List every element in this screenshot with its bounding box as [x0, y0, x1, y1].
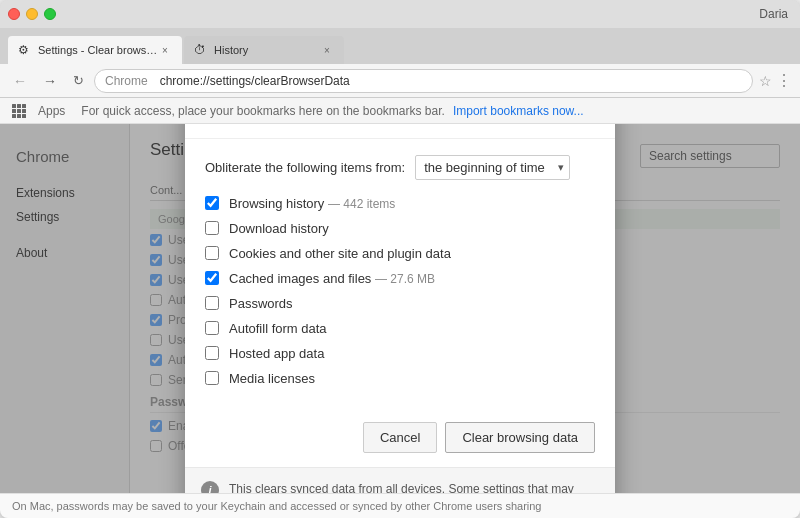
obliterate-label: Obliterate the following items from: — [205, 160, 405, 175]
time-select-wrapper: the beginning of time the past hour the … — [415, 155, 570, 180]
cancel-button[interactable]: Cancel — [363, 422, 437, 453]
checkbox-passwords[interactable] — [205, 296, 219, 310]
checkbox-download-history[interactable] — [205, 221, 219, 235]
address-bar: ← → ↻ Chrome chrome://settings/clearBrow… — [0, 64, 800, 98]
back-button[interactable]: ← — [8, 69, 32, 93]
clear-browsing-data-button[interactable]: Clear browsing data — [445, 422, 595, 453]
menu-icon[interactable]: ⋮ — [776, 71, 792, 90]
url-bar[interactable]: Chrome chrome://settings/clearBrowserDat… — [94, 69, 753, 93]
checkbox-row-download-history: Download history — [205, 221, 595, 236]
dialog-close-button[interactable]: × — [575, 124, 595, 126]
bookmarks-message: For quick access, place your bookmarks h… — [81, 104, 445, 118]
tab-settings-close[interactable]: × — [158, 43, 172, 57]
dialog-title: Clear browsing data — [205, 124, 347, 125]
apps-icon[interactable] — [12, 104, 26, 118]
info-icon: i — [201, 481, 219, 494]
time-period-select[interactable]: the beginning of time the past hour the … — [415, 155, 570, 180]
bookmarks-bar: Apps For quick access, place your bookma… — [0, 98, 800, 124]
checkbox-label-autofill: Autofill form data — [229, 321, 327, 336]
tab-settings-label: Settings - Clear browsing data — [38, 44, 158, 56]
tab-history-close[interactable]: × — [320, 43, 334, 57]
dialog-overlay: Clear browsing data × Obliterate the fol… — [0, 124, 800, 493]
tabs-bar: ⚙ Settings - Clear browsing data × ⏱ His… — [0, 28, 800, 64]
checkbox-row-passwords: Passwords — [205, 296, 595, 311]
checkbox-row-browsing-history: Browsing history — 442 items — [205, 196, 595, 211]
checkbox-hosted-app[interactable] — [205, 346, 219, 360]
forward-button[interactable]: → — [38, 69, 62, 93]
title-bar: Daria — [0, 0, 800, 28]
star-icon[interactable]: ☆ — [759, 73, 772, 89]
dialog-footer: Cancel Clear browsing data — [185, 412, 615, 467]
info-text: This clears synced data from all devices… — [229, 480, 599, 494]
settings-tab-icon: ⚙ — [18, 43, 32, 57]
checkbox-label-passwords: Passwords — [229, 296, 293, 311]
checkbox-label-cookies: Cookies and other site and plugin data — [229, 246, 451, 261]
checkbox-cached-images[interactable] — [205, 271, 219, 285]
history-tab-icon: ⏱ — [194, 43, 208, 57]
dialog-body: Obliterate the following items from: the… — [185, 139, 615, 412]
toolbar-icons: ☆ ⋮ — [759, 71, 792, 90]
traffic-lights — [8, 8, 56, 20]
close-window-button[interactable] — [8, 8, 20, 20]
checkbox-row-cookies: Cookies and other site and plugin data — [205, 246, 595, 261]
bottom-bar: On Mac, passwords may be saved to your K… — [0, 493, 800, 518]
checkbox-label-media-licenses: Media licenses — [229, 371, 315, 386]
url-path: chrome://settings/clearBrowserData — [160, 74, 350, 88]
checkbox-row-media-licenses: Media licenses — [205, 371, 595, 386]
refresh-button[interactable]: ↻ — [68, 71, 88, 91]
checkbox-label-cached-images: Cached images and files — 27.6 MB — [229, 271, 435, 286]
checkbox-autofill[interactable] — [205, 321, 219, 335]
checkbox-label-download-history: Download history — [229, 221, 329, 236]
bottom-bar-text: On Mac, passwords may be saved to your K… — [12, 500, 541, 512]
page-content: Chrome Extensions Settings About Setting… — [0, 124, 800, 493]
url-chrome-label: Chrome — [105, 74, 148, 88]
checkbox-media-licenses[interactable] — [205, 371, 219, 385]
import-bookmarks-link[interactable]: Import bookmarks now... — [453, 104, 584, 118]
checkbox-label-hosted-app: Hosted app data — [229, 346, 324, 361]
tab-history[interactable]: ⏱ History × — [184, 36, 344, 64]
checkbox-row-autofill: Autofill form data — [205, 321, 595, 336]
tab-history-label: History — [214, 44, 248, 56]
checkbox-browsing-history[interactable] — [205, 196, 219, 210]
checkbox-cookies[interactable] — [205, 246, 219, 260]
checkbox-row-cached-images: Cached images and files — 27.6 MB — [205, 271, 595, 286]
dialog-info-bar: i This clears synced data from all devic… — [185, 467, 615, 494]
obliterate-row: Obliterate the following items from: the… — [205, 155, 595, 180]
clear-browsing-data-dialog: Clear browsing data × Obliterate the fol… — [185, 124, 615, 493]
bookmarks-label: Apps — [38, 104, 65, 118]
tab-settings[interactable]: ⚙ Settings - Clear browsing data × — [8, 36, 182, 64]
maximize-window-button[interactable] — [44, 8, 56, 20]
minimize-window-button[interactable] — [26, 8, 38, 20]
checkbox-row-hosted-app: Hosted app data — [205, 346, 595, 361]
username: Daria — [759, 7, 788, 21]
dialog-header: Clear browsing data × — [185, 124, 615, 139]
checkbox-label-browsing-history: Browsing history — 442 items — [229, 196, 395, 211]
